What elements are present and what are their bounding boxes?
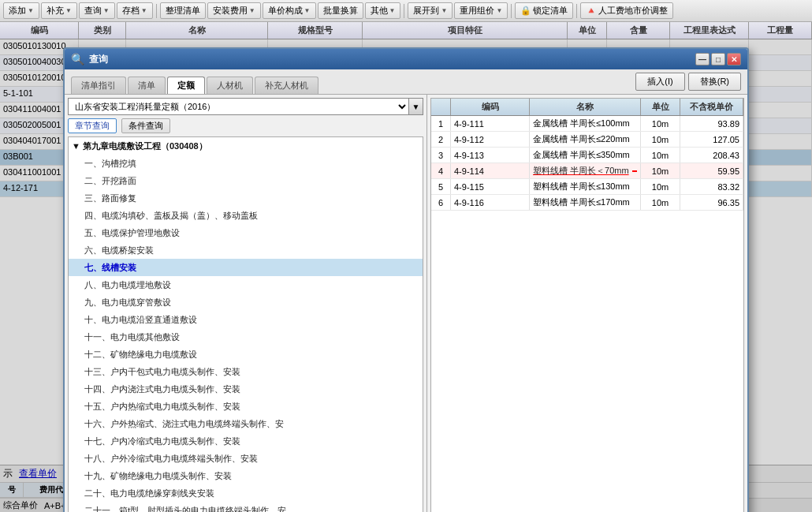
dialog-controls: — □ ✕ [695,53,741,65]
col-header-name: 名称 [126,22,268,39]
result-col-unit: 单位 [641,99,680,115]
tree-item[interactable]: 三、路面修复 [69,189,423,207]
tree-item[interactable]: 十四、户内浇注式电力电缆头制作、安装 [69,380,423,398]
result-row-3[interactable]: 3 4-9-113 金属线槽 半周长≤350mm 10m 208.43 [431,148,743,163]
tree-item[interactable]: 十七、户内冷缩式电力电缆头制作、安装 [69,432,423,450]
dialog-tabs: 清单指引 清单 定额 人材机 补充人材机 [71,77,318,94]
quota-dropdown-arrow[interactable]: ▼ [409,98,423,115]
query-button[interactable]: 查询 ▼ [79,2,115,19]
insert-button[interactable]: 插入(I) [635,73,684,91]
other-arrow-icon: ▼ [389,7,396,14]
col-header-code: 编码 [0,22,79,39]
separator-4 [576,4,577,18]
install-cost-arrow-icon: ▼ [249,7,255,14]
tab-bill-guide[interactable]: 清单指引 [71,77,126,94]
add-button[interactable]: 添加 ▼ [3,2,39,19]
other-button[interactable]: 其他 ▼ [365,2,401,19]
quota-select-row: 山东省安装工程消耗量定额（2016） ▼ [68,98,423,115]
tab-quota[interactable]: 定额 [167,77,205,94]
result-table: 编码 名称 单位 不含税单价 1 4-9-111 金属线槽 半周长≤100mm … [430,98,744,512]
minimize-button[interactable]: — [695,53,710,65]
reuse-button[interactable]: 重用组价 ▼ [454,2,508,19]
maximize-button[interactable]: □ [711,53,725,65]
col-header-spec: 规格型号 [268,22,363,39]
tree-item-selected[interactable]: 七、线槽安装 [69,259,423,276]
col-header-unit: 单位 [568,22,607,39]
dialog-titlebar: 🔍 查询 — □ ✕ [65,49,747,69]
separator-1 [156,4,157,18]
col-header-feature: 项目特征 [363,22,568,39]
unit-compose-arrow-icon: ▼ [304,7,311,14]
tree-item[interactable]: 一、沟槽挖填 [69,155,423,172]
col-header-type: 类别 [79,22,126,39]
tree-item[interactable]: 八、电力电缆埋地敷设 [69,276,423,293]
tab-labor-material[interactable]: 人材机 [207,77,253,94]
column-headers: 编码 类别 名称 规格型号 项目特征 单位 含量 工程里表达式 工程量 [0,22,812,39]
tree-container[interactable]: ▼ 第九章电缆敷设工程（030408） 一、沟槽挖填 二、开挖路面 三、路面修复… [68,136,423,512]
close-button[interactable]: ✕ [727,53,741,65]
main-content: 0305010130010 0305010040030 030501012001… [0,39,812,512]
dialog-actions: 插入(I) 替换(R) [635,73,741,94]
tree-item[interactable]: 四、电缆沟填砂、盖板及揭（盖）、移动盖板 [69,207,423,224]
dialog-body: 山东省安装工程消耗量定额（2016） ▼ 章节查询 条件查询 ▼ 第九章电缆敷设… [65,95,747,512]
supplement-button[interactable]: 补充 ▼ [41,2,77,19]
tree-item[interactable]: 十八、户外冷缩式电力电缆终端头制作、安装 [69,450,423,467]
dialog-title-icon: 🔍 [71,53,84,65]
tree-item[interactable]: 二、开挖路面 [69,172,423,189]
tree-item[interactable]: 十三、户内干包式电力电缆头制作、安装 [69,363,423,380]
supplement-arrow-icon: ▼ [65,7,72,14]
quota-dropdown[interactable]: 山东省安装工程消耗量定额（2016） [68,98,409,115]
add-arrow-icon: ▼ [28,7,34,14]
archive-arrow-icon: ▼ [141,7,147,14]
tree-item[interactable]: 二十、电力电缆绝缘穿刺线夹安装 [69,484,423,502]
unit-compose-button[interactable]: 单价构成 ▼ [263,2,316,19]
expand-arrow-icon: ▼ [441,7,447,14]
tree-item[interactable]: 十、电力电缆沿竖直通道敷设 [69,311,423,328]
left-panel: 山东省安装工程消耗量定额（2016） ▼ 章节查询 条件查询 ▼ 第九章电缆敷设… [65,95,427,512]
expand-button[interactable]: 展开到 ▼ [408,2,453,19]
chapter-query-tab[interactable]: 章节查询 [68,118,117,133]
separator-3 [511,4,512,18]
result-table-header: 编码 名称 单位 不含税单价 [431,99,743,116]
main-toolbar: 添加 ▼ 补充 ▼ 查询 ▼ 存档 ▼ 整理清单 安装费用 ▼ 单价构成 ▼ 批… [0,0,812,22]
batch-calc-button[interactable]: 批量换算 [318,2,363,19]
right-panel: 编码 名称 单位 不含税单价 1 4-9-111 金属线槽 半周长≤100mm … [427,95,747,512]
tree-item[interactable]: 十二、矿物绝缘电力电缆敷设 [69,346,423,363]
col-header-expr: 工程里表达式 [670,22,749,39]
tree-item[interactable]: 十五、户内热缩式电力电缆头制作、安装 [69,398,423,415]
result-col-code: 编码 [451,99,530,115]
tree-item[interactable]: 六、电缆桥架安装 [69,241,423,259]
tree-item[interactable]: 二十一、箱t型、肘型插头的电力电缆终端头制作、安 [69,502,423,512]
result-row-2[interactable]: 2 4-9-112 金属线槽 半周长≤220mm 10m 127.05 [431,132,743,148]
tab-supplement[interactable]: 补充人材机 [255,77,318,94]
separator-2 [404,4,404,18]
replace-button[interactable]: 替换(R) [688,73,741,91]
query-dialog: 🔍 查询 — □ ✕ 清单指引 清单 定额 人材机 补充人材机 [63,47,749,512]
result-row-5[interactable]: 5 4-9-115 塑料线槽 半周长≤130mm 10m 83.32 [431,179,743,195]
dialog-title: 🔍 查询 [71,53,108,66]
tree-item[interactable]: 五、电缆保护管理地敷设 [69,224,423,241]
organize-button[interactable]: 整理清单 [160,2,206,19]
result-row-4-selected[interactable]: 4 4-9-114 塑料线槽 半周长＜70mm 10m 59.95 [431,163,743,179]
result-row-1[interactable]: 1 4-9-111 金属线槽 半周长≤100mm 10m 93.89 [431,116,743,132]
tree-item[interactable]: ▼ 第九章电缆敷设工程（030408） [69,137,423,155]
col-header-amount: 工程量 [749,22,812,39]
archive-button[interactable]: 存档 ▼ [117,2,153,19]
result-row-6[interactable]: 6 4-9-116 塑料线槽 半周长≤170mm 10m 96.35 [431,195,743,211]
tree-item[interactable]: 十九、矿物绝缘电力电缆头制作、安装 [69,467,423,484]
lock-button[interactable]: 🔒 锁定清单 [515,2,573,19]
labor-adjust-button[interactable]: 🔺 人工费地市价调整 [580,2,673,19]
tree-item[interactable]: 十一、电力电缆其他敷设 [69,328,423,346]
tree-item[interactable]: 十六、户外热缩式、浇注式电力电缆终端头制作、安 [69,415,423,432]
col-header-qty: 含量 [607,22,670,39]
install-cost-button[interactable]: 安装费用 ▼ [207,2,261,19]
dialog-overlay: 🔍 查询 — □ ✕ 清单指引 清单 定额 人材机 补充人材机 [0,39,812,512]
filter-row: 章节查询 条件查询 [68,118,423,133]
query-arrow-icon: ▼ [103,7,110,14]
tab-bill[interactable]: 清单 [128,77,166,94]
reuse-arrow-icon: ▼ [496,7,502,14]
result-col-name: 名称 [530,99,641,115]
result-col-no [431,99,451,115]
tree-item[interactable]: 九、电力电缆穿管敷设 [69,293,423,311]
condition-query-tab[interactable]: 条件查询 [121,118,170,133]
